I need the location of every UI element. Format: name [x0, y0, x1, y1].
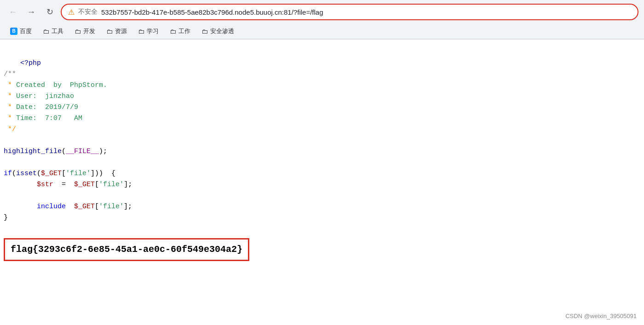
- nav-bar: ← → ↻ ⚠ 不安全 532b7557-bd2b-417e-b585-5ae8…: [0, 0, 644, 24]
- warning-icon: ⚠: [68, 8, 75, 17]
- folder-icon: 🗀: [170, 28, 176, 35]
- bookmark-study[interactable]: 🗀 学习: [133, 26, 163, 37]
- comment-star-1: *: [4, 81, 12, 89]
- bookmark-security[interactable]: 🗀 安全渗透: [197, 26, 239, 37]
- comment-date: Date: 2019/7/9: [12, 103, 78, 111]
- comment-time: Time: 7:07 AM: [12, 114, 82, 122]
- folder-icon: 🗀: [106, 28, 113, 35]
- comment-created: Created by PhpStorm.: [12, 81, 107, 89]
- watermark: CSDN @weixin_39505091: [565, 313, 637, 319]
- comment-star-4: *: [4, 114, 12, 122]
- comment-close: */: [4, 125, 16, 133]
- comment-star-3: *: [4, 103, 12, 111]
- back-button[interactable]: ←: [6, 5, 20, 19]
- folder-icon: 🗀: [201, 28, 208, 35]
- comment-user: User: jinzhao: [12, 92, 74, 100]
- paren-close: );: [99, 148, 107, 155]
- get-var: $_GET: [41, 170, 62, 177]
- bookmark-resources[interactable]: 🗀 资源: [102, 26, 132, 37]
- flag-value: flag{3293c6f2-6e85-45a1-ae0c-60f549e304a…: [4, 238, 249, 261]
- if-keyword: if: [4, 170, 12, 177]
- file-string: 'file': [66, 170, 91, 177]
- file-constant: __FILE__: [66, 148, 99, 155]
- bookmarks-bar: B 百度 🗀 工具 🗀 开发 🗀 资源 🗀 学习 🗀 工作 🗀 安全渗透: [0, 24, 644, 39]
- highlight-file-call: highlight_file: [4, 148, 62, 155]
- get-var-2: $_GET: [74, 181, 95, 188]
- get-var-3: $_GET: [74, 203, 95, 211]
- folder-icon: 🗀: [75, 28, 81, 35]
- browser-chrome: ← → ↻ ⚠ 不安全 532b7557-bd2b-417e-b585-5ae8…: [0, 0, 644, 40]
- bookmark-tools[interactable]: 🗀 工具: [38, 26, 68, 37]
- address-bar[interactable]: ⚠ 不安全 532b7557-bd2b-417e-b585-5ae82b3c79…: [61, 4, 638, 20]
- page-content: <?php /** * Created by PhpStorm. * User:…: [0, 40, 644, 268]
- flag-container: flag{3293c6f2-6e85-45a1-ae0c-60f549e304a…: [4, 234, 640, 261]
- bookmark-baidu[interactable]: B 百度: [6, 26, 36, 37]
- insecure-label: 不安全: [78, 8, 98, 16]
- isset-func: isset: [16, 170, 37, 177]
- file-string-3: 'file': [99, 203, 124, 211]
- forward-button[interactable]: →: [24, 5, 39, 19]
- code-block: <?php /** * Created by PhpStorm. * User:…: [4, 47, 640, 234]
- reload-button[interactable]: ↻: [42, 5, 57, 19]
- file-string-2: 'file': [99, 181, 124, 188]
- str-var: $str: [37, 181, 53, 188]
- close-brace: }: [4, 214, 8, 222]
- comment-open: /**: [4, 70, 16, 78]
- bookmark-dev[interactable]: 🗀 开发: [70, 26, 100, 37]
- include-keyword: include: [37, 203, 66, 211]
- bookmark-work[interactable]: 🗀 工作: [165, 26, 195, 37]
- folder-icon: 🗀: [138, 28, 144, 35]
- url-text: 532b7557-bd2b-417e-b585-5ae82b3c796d.nod…: [101, 8, 631, 16]
- php-open-tag: <?php: [20, 59, 41, 67]
- folder-icon: 🗀: [43, 28, 49, 35]
- baidu-logo-icon: B: [10, 28, 17, 35]
- paren-open: (: [62, 148, 66, 155]
- comment-star-2: *: [4, 92, 12, 100]
